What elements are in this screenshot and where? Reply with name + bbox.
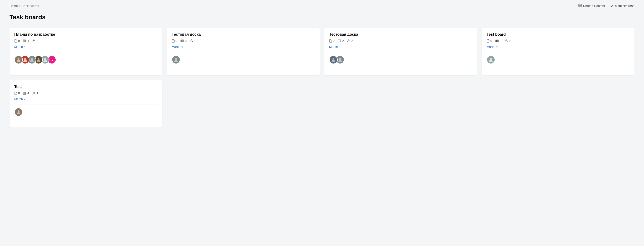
mark-site-read-label: Mark site read bbox=[615, 4, 634, 8]
stat-files-5: 0 bbox=[14, 91, 20, 95]
person-icon-4 bbox=[505, 39, 508, 42]
svg-point-12 bbox=[44, 58, 46, 60]
breadcrumb-separator: > bbox=[19, 4, 21, 8]
svg-point-21 bbox=[348, 40, 349, 41]
person-icon-1 bbox=[32, 39, 36, 42]
board-title-2: Тестовая доска bbox=[172, 32, 315, 37]
file-icon-4 bbox=[486, 39, 490, 42]
avatar-5-1 bbox=[14, 108, 23, 116]
unread-content-button[interactable]: Unread Content bbox=[578, 4, 605, 8]
svg-rect-15 bbox=[183, 40, 184, 42]
board-members-4 bbox=[486, 56, 630, 64]
board-stats-1: 9 4 8 bbox=[14, 39, 158, 42]
svg-point-33 bbox=[18, 110, 20, 112]
board-stats-2: 0 0 1 bbox=[172, 39, 315, 42]
boards-grid-row1: Планы по разработке 9 4 bbox=[10, 28, 634, 75]
svg-point-17 bbox=[175, 58, 177, 60]
unread-content-icon bbox=[578, 4, 582, 8]
svg-point-23 bbox=[339, 58, 341, 60]
board-title-5: Test bbox=[14, 85, 158, 89]
file-icon-5 bbox=[14, 92, 17, 95]
avatar-1-1 bbox=[14, 56, 23, 64]
board-members-1: +2 bbox=[14, 56, 158, 64]
svg-rect-30 bbox=[24, 92, 26, 94]
columns-icon-3 bbox=[338, 40, 341, 42]
board-card-5[interactable]: Test 0 4 1 bbox=[10, 80, 162, 128]
person-icon-2 bbox=[190, 39, 193, 42]
columns-icon-1 bbox=[23, 40, 26, 42]
file-icon-2 bbox=[172, 39, 174, 42]
board-title-4: Test board bbox=[486, 32, 630, 37]
unread-content-label: Unread Content bbox=[583, 4, 605, 8]
stat-files-4: 0 bbox=[486, 39, 492, 42]
svg-point-22 bbox=[332, 58, 334, 60]
top-actions: Unread Content ✓ Mark site read bbox=[578, 4, 634, 8]
board-date-2: March 4 bbox=[172, 45, 315, 52]
svg-point-7 bbox=[33, 40, 34, 41]
breadcrumb: Home > Task boards bbox=[10, 4, 39, 8]
columns-icon-2 bbox=[180, 40, 184, 42]
board-members-5 bbox=[14, 108, 158, 116]
top-bar: Home > Task boards Unread Content ✓ Mark… bbox=[0, 0, 644, 12]
svg-rect-19 bbox=[339, 40, 340, 42]
avatar-3-1 bbox=[329, 56, 338, 64]
board-date-4: March 4 bbox=[486, 45, 630, 52]
board-title-1: Планы по разработке bbox=[14, 32, 158, 37]
board-card-4[interactable]: Test board 0 0 bbox=[482, 28, 634, 75]
svg-rect-18 bbox=[338, 40, 339, 42]
board-date-1: March 4 bbox=[14, 45, 158, 52]
boards-grid-row2: Test 0 4 1 bbox=[10, 80, 634, 128]
stat-files-3: 2 bbox=[329, 39, 334, 42]
board-members-3 bbox=[329, 56, 472, 64]
stat-columns-5: 4 bbox=[23, 91, 29, 95]
board-stats-3: 2 2 2 bbox=[329, 39, 472, 42]
columns-icon-5 bbox=[23, 92, 26, 95]
check-icon: ✓ bbox=[611, 4, 614, 8]
breadcrumb-home[interactable]: Home bbox=[10, 4, 18, 8]
stat-members-2: 1 bbox=[190, 39, 196, 42]
svg-point-27 bbox=[506, 40, 507, 41]
stat-columns-4: 0 bbox=[495, 39, 501, 42]
svg-point-10 bbox=[31, 58, 33, 60]
svg-rect-6 bbox=[26, 40, 26, 42]
file-icon-1 bbox=[14, 39, 17, 42]
stat-files-1: 9 bbox=[14, 39, 20, 42]
stat-columns-3: 2 bbox=[338, 39, 344, 42]
stat-members-5: 1 bbox=[32, 91, 38, 95]
file-icon-3 bbox=[329, 39, 332, 42]
svg-rect-20 bbox=[340, 40, 341, 42]
svg-rect-13 bbox=[181, 40, 182, 42]
svg-rect-26 bbox=[498, 40, 498, 42]
svg-point-8 bbox=[18, 58, 20, 60]
svg-point-32 bbox=[33, 92, 34, 93]
avatar-4-1 bbox=[486, 56, 495, 64]
board-card-1[interactable]: Планы по разработке 9 4 bbox=[10, 28, 162, 75]
stat-columns-1: 4 bbox=[23, 39, 29, 42]
columns-icon-4 bbox=[495, 40, 499, 42]
stat-columns-2: 0 bbox=[180, 39, 186, 42]
board-date-3: March 4 bbox=[329, 45, 472, 52]
stat-members-1: 8 bbox=[32, 39, 38, 42]
svg-point-9 bbox=[24, 58, 26, 60]
board-card-3[interactable]: Тестовая доска 2 2 bbox=[324, 28, 477, 75]
svg-point-28 bbox=[490, 58, 492, 60]
mark-site-read-button[interactable]: ✓ Mark site read bbox=[611, 4, 634, 8]
page-content: Task boards Планы по разработке 9 4 bbox=[0, 12, 644, 137]
board-date-5: March 7 bbox=[14, 97, 158, 104]
stat-members-4: 1 bbox=[505, 39, 510, 42]
svg-rect-31 bbox=[26, 92, 26, 94]
person-icon-3 bbox=[347, 39, 350, 42]
page-title: Task boards bbox=[10, 14, 634, 21]
board-card-2[interactable]: Тестовая доска 0 0 bbox=[167, 28, 320, 75]
svg-rect-14 bbox=[182, 40, 183, 42]
svg-rect-4 bbox=[23, 40, 24, 42]
svg-point-16 bbox=[191, 40, 192, 41]
board-stats-5: 0 4 1 bbox=[14, 91, 158, 95]
board-stats-4: 0 0 1 bbox=[486, 39, 630, 42]
svg-point-11 bbox=[38, 58, 40, 60]
avatar-2-1 bbox=[172, 56, 180, 64]
breadcrumb-current: Task boards bbox=[22, 4, 39, 8]
stat-files-2: 0 bbox=[172, 39, 177, 42]
svg-rect-24 bbox=[496, 40, 496, 42]
svg-rect-25 bbox=[497, 40, 498, 42]
